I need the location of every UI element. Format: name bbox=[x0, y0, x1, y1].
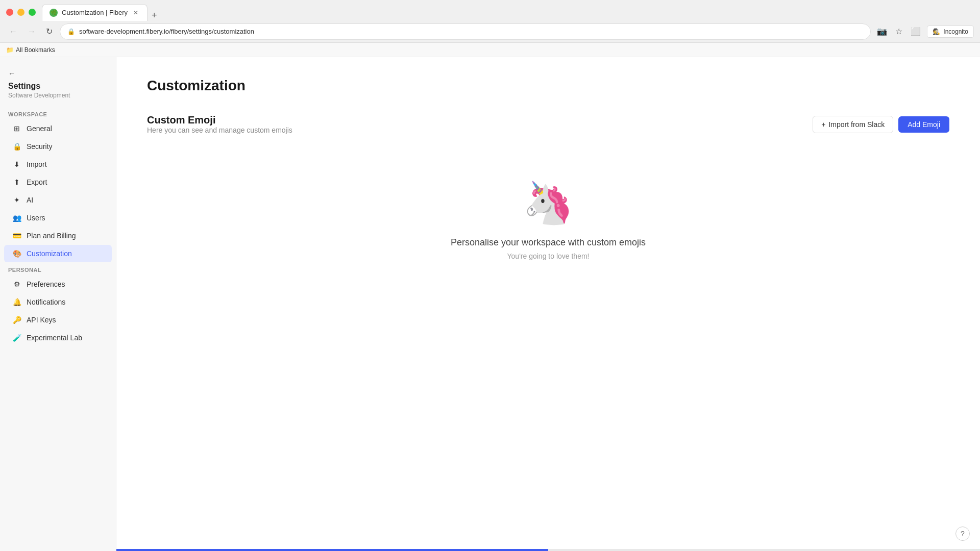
add-emoji-button[interactable]: Add Emoji bbox=[898, 116, 949, 133]
section-header: Custom Emoji Here you can see and manage… bbox=[147, 114, 949, 134]
back-arrow-icon: ← bbox=[8, 69, 15, 78]
sidebar-title: Settings bbox=[8, 82, 108, 91]
browser-layout-button[interactable]: ⬜ bbox=[909, 24, 923, 38]
import-btn-label: Import from Slack bbox=[828, 120, 885, 129]
bookmarks-folder-icon: 📁 bbox=[6, 46, 14, 54]
close-button[interactable] bbox=[6, 9, 13, 16]
customization-icon: 🎨 bbox=[12, 249, 21, 258]
tab-favicon bbox=[50, 9, 58, 17]
sidebar-item-api-keys[interactable]: 🔑 API Keys bbox=[4, 311, 112, 329]
bookmark-button[interactable]: ☆ bbox=[893, 24, 904, 38]
empty-state-subtitle: You're going to love them! bbox=[507, 252, 590, 260]
sidebar-item-label: Users bbox=[27, 214, 45, 222]
tab-title: Customization | Fibery bbox=[62, 9, 128, 16]
sidebar-item-label: Customization bbox=[27, 249, 72, 258]
sidebar-item-ai[interactable]: ✦ AI bbox=[4, 191, 112, 209]
sidebar-item-label: Preferences bbox=[27, 280, 65, 288]
bottom-progress-bar bbox=[116, 549, 980, 551]
slack-icon: + bbox=[821, 120, 825, 129]
forward-nav-button[interactable]: → bbox=[24, 25, 39, 38]
sidebar-item-notifications[interactable]: 🔔 Notifications bbox=[4, 293, 112, 311]
progress-fill bbox=[116, 549, 548, 551]
back-nav-button[interactable]: ← bbox=[6, 25, 20, 38]
browser-chrome: Customization | Fibery ✕ + ← → ↻ 🔒 softw… bbox=[0, 0, 980, 57]
experimental-lab-icon: 🧪 bbox=[12, 333, 21, 342]
section-title-group: Custom Emoji Here you can see and manage… bbox=[147, 114, 292, 134]
sidebar-item-general[interactable]: ⊞ General bbox=[4, 120, 112, 137]
custom-emoji-section: Custom Emoji Here you can see and manage… bbox=[147, 114, 949, 301]
incognito-label: Incognito bbox=[943, 28, 968, 35]
section-actions: + Import from Slack Add Emoji bbox=[813, 116, 949, 133]
sidebar-item-preferences[interactable]: ⚙ Preferences bbox=[4, 276, 112, 293]
security-icon: 🔒 bbox=[12, 142, 21, 151]
sidebar-item-label: Security bbox=[27, 142, 53, 151]
export-icon: ⬆ bbox=[12, 178, 21, 187]
general-icon: ⊞ bbox=[12, 124, 21, 133]
sidebar-item-export[interactable]: ⬆ Export bbox=[4, 173, 112, 191]
lock-icon: 🔒 bbox=[67, 28, 75, 35]
api-keys-icon: 🔑 bbox=[12, 315, 21, 324]
billing-icon: 💳 bbox=[12, 231, 21, 240]
ai-icon: ✦ bbox=[12, 195, 21, 205]
workspace-section-label: WORKSPACE bbox=[0, 107, 116, 119]
personal-section-label: PERSONAL bbox=[0, 263, 116, 275]
page-title: Customization bbox=[147, 78, 949, 94]
new-tab-button[interactable]: + bbox=[148, 10, 161, 21]
sidebar-back-button[interactable]: ← bbox=[0, 65, 116, 80]
tabs-bar: Customization | Fibery ✕ + bbox=[40, 4, 161, 21]
sidebar-header: Settings Software Development bbox=[0, 80, 116, 107]
maximize-button[interactable] bbox=[29, 9, 36, 16]
notifications-icon: 🔔 bbox=[12, 297, 21, 307]
active-tab[interactable]: Customization | Fibery ✕ bbox=[42, 4, 148, 21]
section-title: Custom Emoji bbox=[147, 114, 292, 126]
sidebar-item-label: Notifications bbox=[27, 298, 65, 306]
sidebar-item-users[interactable]: 👥 Users bbox=[4, 209, 112, 227]
titlebar: Customization | Fibery ✕ + bbox=[0, 0, 980, 20]
window-controls[interactable] bbox=[6, 9, 36, 16]
page-layout: ← Settings Software Development WORKSPAC… bbox=[0, 57, 980, 551]
incognito-button[interactable]: 🕵 Incognito bbox=[927, 26, 974, 38]
main-content: Customization Custom Emoji Here you can … bbox=[116, 57, 980, 551]
sidebar-item-label: API Keys bbox=[27, 316, 56, 324]
unicorn-emoji: 🦄 bbox=[523, 179, 574, 227]
sidebar-item-import[interactable]: ⬇ Import bbox=[4, 156, 112, 173]
url-text: software-development.fibery.io/fibery/se… bbox=[79, 28, 863, 35]
help-button[interactable]: ? bbox=[955, 527, 970, 541]
sidebar-item-customization[interactable]: 🎨 Customization bbox=[4, 245, 112, 262]
empty-state: 🦄 Personalise your workspace with custom… bbox=[147, 138, 949, 301]
camera-off-icon[interactable]: 📷 bbox=[875, 24, 889, 38]
users-icon: 👥 bbox=[12, 213, 21, 222]
address-bar[interactable]: 🔒 software-development.fibery.io/fibery/… bbox=[60, 23, 871, 40]
sidebar-item-label: Export bbox=[27, 178, 47, 186]
import-from-slack-button[interactable]: + Import from Slack bbox=[813, 116, 893, 133]
sidebar-item-label: Experimental Lab bbox=[27, 334, 82, 342]
incognito-icon: 🕵 bbox=[933, 28, 940, 35]
empty-state-title: Personalise your workspace with custom e… bbox=[451, 237, 646, 248]
bookmarks-bar: 📁 All Bookmarks bbox=[0, 43, 980, 57]
sidebar-item-security[interactable]: 🔒 Security bbox=[4, 138, 112, 155]
toolbar-actions: 📷 ☆ ⬜ 🕵 Incognito bbox=[875, 24, 974, 38]
sidebar-item-label: Plan and Billing bbox=[27, 232, 76, 240]
sidebar-item-label: General bbox=[27, 124, 52, 133]
sidebar-item-label: AI bbox=[27, 196, 33, 204]
sidebar: ← Settings Software Development WORKSPAC… bbox=[0, 57, 116, 551]
minimize-button[interactable] bbox=[17, 9, 24, 16]
preferences-icon: ⚙ bbox=[12, 280, 21, 289]
sidebar-subtitle: Software Development bbox=[8, 92, 108, 99]
section-desc: Here you can see and manage custom emoji… bbox=[147, 126, 292, 134]
refresh-button[interactable]: ↻ bbox=[43, 24, 56, 38]
tab-close-button[interactable]: ✕ bbox=[132, 9, 140, 17]
import-icon: ⬇ bbox=[12, 160, 21, 169]
sidebar-item-label: Import bbox=[27, 160, 47, 168]
bookmarks-label: All Bookmarks bbox=[16, 46, 55, 54]
browser-toolbar: ← → ↻ 🔒 software-development.fibery.io/f… bbox=[0, 20, 980, 43]
sidebar-item-plan-billing[interactable]: 💳 Plan and Billing bbox=[4, 227, 112, 244]
sidebar-item-experimental-lab[interactable]: 🧪 Experimental Lab bbox=[4, 329, 112, 346]
